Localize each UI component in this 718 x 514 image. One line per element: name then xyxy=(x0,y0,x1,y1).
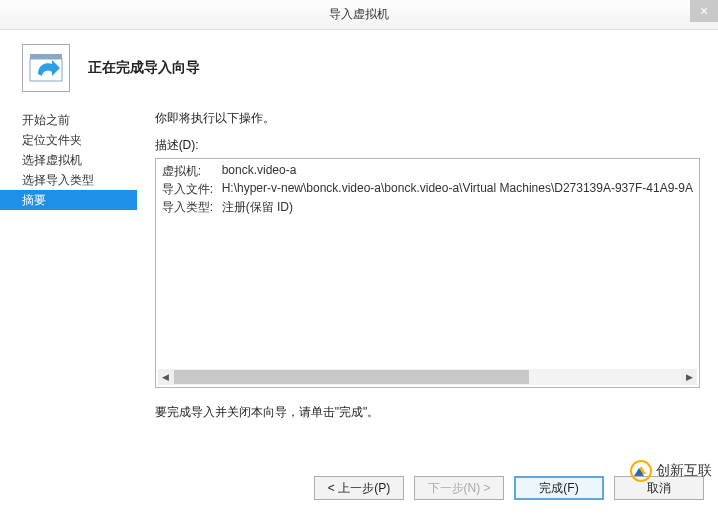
scroll-thumb[interactable] xyxy=(174,370,529,384)
close-button[interactable]: × xyxy=(690,0,718,22)
finish-button[interactable]: 完成(F) xyxy=(514,476,604,500)
sidebar-item-before-begin[interactable]: 开始之前 xyxy=(20,110,137,130)
summary-row-file: 导入文件: H:\hyper-v-new\bonck.video-a\bonck… xyxy=(162,181,693,198)
previous-button[interactable]: < 上一步(P) xyxy=(314,476,404,500)
close-icon: × xyxy=(700,3,708,19)
wizard-header: 正在完成导入向导 xyxy=(0,30,718,110)
description-label: 描述(D): xyxy=(155,137,700,154)
finish-hint: 要完成导入并关闭本向导，请单击"完成"。 xyxy=(155,404,700,421)
window-title: 导入虚拟机 xyxy=(329,6,389,23)
sidebar-item-select-vm[interactable]: 选择虚拟机 xyxy=(20,150,137,170)
sidebar-item-label: 定位文件夹 xyxy=(22,133,82,147)
wizard-button-row: < 上一步(P) 下一步(N) > 完成(F) 取消 xyxy=(314,476,704,500)
sidebar-item-label: 选择虚拟机 xyxy=(22,153,82,167)
svg-rect-0 xyxy=(30,54,62,59)
title-bar: 导入虚拟机 × xyxy=(0,0,718,30)
sidebar-item-label: 开始之前 xyxy=(22,113,70,127)
sidebar-item-label: 摘要 xyxy=(22,193,46,207)
cancel-button[interactable]: 取消 xyxy=(614,476,704,500)
chevron-left-icon: ◀ xyxy=(162,372,169,382)
scroll-left-button[interactable]: ◀ xyxy=(158,369,174,385)
wizard-sidebar: 开始之前 定位文件夹 选择虚拟机 选择导入类型 摘要 xyxy=(0,110,137,456)
wizard-icon-frame xyxy=(22,44,70,92)
chevron-right-icon: ▶ xyxy=(686,372,693,382)
summary-val: bonck.video-a xyxy=(222,163,693,180)
sidebar-item-import-type[interactable]: 选择导入类型 xyxy=(20,170,137,190)
page-title: 正在完成导入向导 xyxy=(88,59,200,77)
summary-key: 虚拟机: xyxy=(162,163,222,180)
summary-key: 导入类型: xyxy=(162,199,222,216)
summary-val: H:\hyper-v-new\bonck.video-a\bonck.video… xyxy=(222,181,693,198)
sidebar-item-locate-folder[interactable]: 定位文件夹 xyxy=(20,130,137,150)
summary-key: 导入文件: xyxy=(162,181,222,198)
description-box: 虚拟机: bonck.video-a 导入文件: H:\hyper-v-new\… xyxy=(155,158,700,388)
scroll-track[interactable] xyxy=(174,369,681,385)
wizard-body: 开始之前 定位文件夹 选择虚拟机 选择导入类型 摘要 你即将执行以下操作。 描述… xyxy=(0,110,718,456)
next-button: 下一步(N) > xyxy=(414,476,504,500)
summary-val: 注册(保留 ID) xyxy=(222,199,693,216)
sidebar-item-summary[interactable]: 摘要 xyxy=(0,190,137,210)
wizard-main: 你即将执行以下操作。 描述(D): 虚拟机: bonck.video-a 导入文… xyxy=(137,110,718,456)
scroll-right-button[interactable]: ▶ xyxy=(681,369,697,385)
horizontal-scrollbar[interactable]: ◀ ▶ xyxy=(158,369,697,385)
import-arrow-icon xyxy=(24,46,68,90)
summary-intro: 你即将执行以下操作。 xyxy=(155,110,700,127)
sidebar-item-label: 选择导入类型 xyxy=(22,173,94,187)
summary-row-type: 导入类型: 注册(保留 ID) xyxy=(162,199,693,216)
summary-row-vm: 虚拟机: bonck.video-a xyxy=(162,163,693,180)
